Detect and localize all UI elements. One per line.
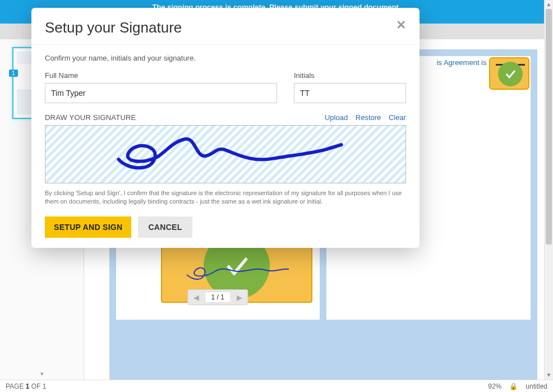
vertical-scrollbar[interactable]: ▲ ▼ <box>544 0 553 380</box>
pager: ◀ 1 / 1 ▶ <box>188 289 248 305</box>
full-name-input[interactable] <box>45 83 277 103</box>
draw-signature-label: DRAW YOUR SIGNATURE <box>45 113 136 122</box>
signature-scribble-icon <box>182 255 294 288</box>
full-name-label: Full Name <box>45 71 277 80</box>
status-page: PAGE 1 OF 1 <box>6 382 47 390</box>
check-circle-icon <box>498 62 523 86</box>
modal-title: Setup your Signature <box>45 19 182 36</box>
status-bar: PAGE 1 OF 1 92% 🔒 untitled <box>0 380 553 392</box>
status-docname: untitled <box>526 382 547 390</box>
chevron-down-icon[interactable]: ▾ <box>40 370 44 377</box>
status-page-prefix: PAGE <box>6 382 26 390</box>
status-page-total: 1 <box>43 382 47 390</box>
lock-icon: 🔒 <box>509 382 518 390</box>
signature-canvas[interactable] <box>45 125 406 183</box>
signature-setup-modal: Setup your Signature ✕ Confirm your name… <box>31 8 420 248</box>
status-zoom[interactable]: 92% <box>488 382 501 390</box>
initials-input[interactable] <box>294 83 406 103</box>
thumbnail-page-badge: 1 <box>9 70 18 77</box>
clear-link[interactable]: Clear <box>389 113 406 122</box>
approval-stamp[interactable] <box>489 57 529 90</box>
modal-confirm-text: Confirm your name, initials and your sig… <box>45 54 406 62</box>
initials-label: Initials <box>294 71 406 80</box>
cancel-button[interactable]: CANCEL <box>138 216 192 238</box>
upload-link[interactable]: Upload <box>325 113 348 122</box>
restore-link[interactable]: Restore <box>356 113 381 122</box>
scroll-down-icon[interactable]: ▼ <box>545 371 553 380</box>
status-page-mid: OF <box>29 382 42 390</box>
agreement-fragment: is Agreement is <box>437 58 487 67</box>
pager-label: 1 / 1 <box>205 292 231 303</box>
pager-prev-button[interactable]: ◀ <box>188 290 204 305</box>
scroll-up-icon[interactable]: ▲ <box>545 0 553 9</box>
close-icon[interactable]: ✕ <box>396 19 406 31</box>
pager-next-button[interactable]: ▶ <box>232 290 247 305</box>
full-name-field-group: Full Name <box>45 71 277 103</box>
initials-field-group: Initials <box>294 71 406 103</box>
setup-and-sign-button[interactable]: SETUP AND SIGN <box>45 216 131 238</box>
scrollbar-thumb[interactable] <box>546 9 552 245</box>
signature-links: Upload Restore Clear <box>319 113 406 122</box>
signature-disclaimer: By clicking 'Setup and Sign', I confirm … <box>45 189 406 206</box>
